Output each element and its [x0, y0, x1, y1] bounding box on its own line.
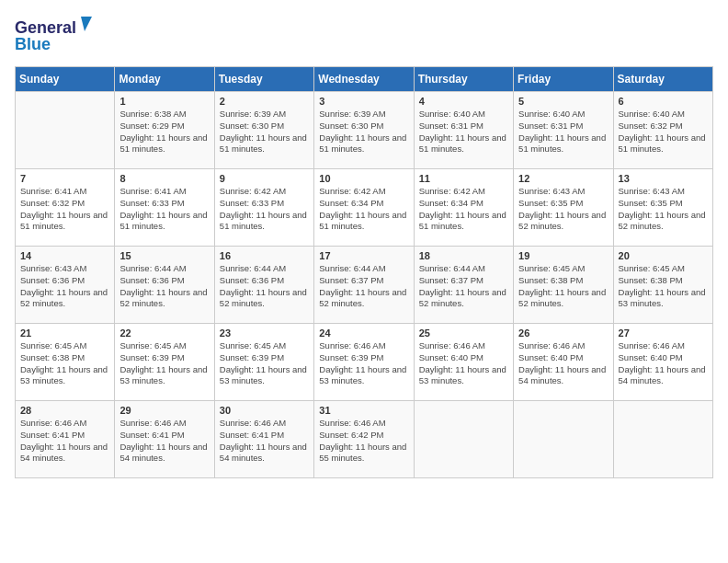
calendar-cell: 8Sunrise: 6:41 AMSunset: 6:33 PMDaylight…: [115, 169, 214, 247]
column-header-wednesday: Wednesday: [314, 67, 414, 92]
cell-info: Sunrise: 6:45 AMSunset: 6:38 PMDaylight:…: [619, 263, 708, 310]
column-header-monday: Monday: [115, 67, 214, 92]
calendar-cell: 13Sunrise: 6:43 AMSunset: 6:35 PMDayligh…: [613, 169, 712, 247]
day-number: 13: [619, 173, 708, 184]
week-row-2: 7Sunrise: 6:41 AMSunset: 6:32 PMDaylight…: [16, 169, 713, 247]
cell-info: Sunrise: 6:43 AMSunset: 6:36 PMDaylight:…: [20, 263, 109, 310]
day-number: 17: [319, 250, 408, 261]
calendar-cell: 12Sunrise: 6:43 AMSunset: 6:35 PMDayligh…: [514, 169, 613, 247]
cell-info: Sunrise: 6:46 AMSunset: 6:39 PMDaylight:…: [319, 340, 408, 387]
logo-svg: GeneralBlue: [15, 15, 97, 55]
cell-info: Sunrise: 6:42 AMSunset: 6:34 PMDaylight:…: [319, 186, 408, 233]
calendar-cell: 3Sunrise: 6:39 AMSunset: 6:30 PMDaylight…: [314, 92, 414, 169]
cell-info: Sunrise: 6:45 AMSunset: 6:39 PMDaylight:…: [119, 340, 209, 387]
day-number: 4: [419, 96, 508, 107]
calendar-cell: 17Sunrise: 6:44 AMSunset: 6:37 PMDayligh…: [314, 247, 414, 324]
cell-info: Sunrise: 6:39 AMSunset: 6:30 PMDaylight:…: [319, 109, 408, 155]
day-number: 7: [20, 173, 109, 184]
calendar-cell: 9Sunrise: 6:42 AMSunset: 6:33 PMDaylight…: [214, 169, 313, 247]
column-header-friday: Friday: [514, 67, 613, 92]
cell-info: Sunrise: 6:41 AMSunset: 6:33 PMDaylight:…: [119, 186, 209, 233]
column-header-saturday: Saturday: [613, 67, 712, 92]
cell-info: Sunrise: 6:45 AMSunset: 6:38 PMDaylight:…: [518, 263, 608, 310]
cell-info: Sunrise: 6:45 AMSunset: 6:38 PMDaylight:…: [20, 340, 109, 387]
cell-info: Sunrise: 6:45 AMSunset: 6:39 PMDaylight:…: [220, 340, 309, 387]
calendar-cell: 10Sunrise: 6:42 AMSunset: 6:34 PMDayligh…: [314, 169, 414, 247]
calendar-cell: 31Sunrise: 6:46 AMSunset: 6:42 PMDayligh…: [314, 401, 414, 478]
calendar-cell: 6Sunrise: 6:40 AMSunset: 6:32 PMDaylight…: [613, 92, 712, 169]
calendar-cell: 30Sunrise: 6:46 AMSunset: 6:41 PMDayligh…: [214, 401, 313, 478]
calendar-cell: 21Sunrise: 6:45 AMSunset: 6:38 PMDayligh…: [16, 324, 115, 401]
calendar-cell: 27Sunrise: 6:46 AMSunset: 6:40 PMDayligh…: [613, 324, 712, 401]
day-number: 24: [319, 327, 408, 339]
svg-text:Blue: Blue: [15, 35, 51, 53]
column-header-sunday: Sunday: [16, 67, 115, 92]
week-row-4: 21Sunrise: 6:45 AMSunset: 6:38 PMDayligh…: [16, 324, 713, 401]
calendar-cell: [414, 401, 513, 478]
calendar-cell: 1Sunrise: 6:38 AMSunset: 6:29 PMDaylight…: [115, 92, 214, 169]
day-number: 18: [419, 250, 508, 261]
cell-info: Sunrise: 6:46 AMSunset: 6:40 PMDaylight:…: [619, 340, 708, 387]
day-number: 28: [20, 405, 109, 416]
day-number: 1: [119, 96, 209, 107]
day-number: 10: [319, 173, 408, 184]
cell-info: Sunrise: 6:46 AMSunset: 6:41 PMDaylight:…: [119, 418, 209, 465]
logo: GeneralBlue: [15, 15, 97, 55]
svg-marker-2: [81, 17, 92, 31]
day-number: 2: [220, 96, 309, 107]
day-number: 14: [20, 250, 109, 261]
day-number: 30: [220, 405, 309, 416]
calendar-table: SundayMondayTuesdayWednesdayThursdayFrid…: [15, 66, 713, 478]
calendar-cell: 20Sunrise: 6:45 AMSunset: 6:38 PMDayligh…: [613, 247, 712, 324]
calendar-cell: [16, 92, 115, 169]
week-row-3: 14Sunrise: 6:43 AMSunset: 6:36 PMDayligh…: [16, 247, 713, 324]
cell-info: Sunrise: 6:39 AMSunset: 6:30 PMDaylight:…: [220, 109, 309, 155]
day-number: 16: [220, 250, 309, 261]
day-number: 23: [220, 327, 309, 339]
calendar-cell: 18Sunrise: 6:44 AMSunset: 6:37 PMDayligh…: [414, 247, 513, 324]
day-number: 11: [419, 173, 508, 184]
calendar-cell: 4Sunrise: 6:40 AMSunset: 6:31 PMDaylight…: [414, 92, 513, 169]
header-row: SundayMondayTuesdayWednesdayThursdayFrid…: [16, 67, 713, 92]
week-row-5: 28Sunrise: 6:46 AMSunset: 6:41 PMDayligh…: [16, 401, 713, 478]
day-number: 22: [119, 327, 209, 339]
calendar-cell: 5Sunrise: 6:40 AMSunset: 6:31 PMDaylight…: [514, 92, 613, 169]
calendar-cell: 14Sunrise: 6:43 AMSunset: 6:36 PMDayligh…: [16, 247, 115, 324]
calendar-cell: [514, 401, 613, 478]
day-number: 26: [518, 327, 608, 339]
cell-info: Sunrise: 6:41 AMSunset: 6:32 PMDaylight:…: [20, 186, 109, 233]
calendar-cell: 16Sunrise: 6:44 AMSunset: 6:36 PMDayligh…: [214, 247, 313, 324]
calendar-cell: 11Sunrise: 6:42 AMSunset: 6:34 PMDayligh…: [414, 169, 513, 247]
day-number: 31: [319, 405, 408, 416]
cell-info: Sunrise: 6:44 AMSunset: 6:36 PMDaylight:…: [119, 263, 209, 310]
calendar-cell: 23Sunrise: 6:45 AMSunset: 6:39 PMDayligh…: [214, 324, 313, 401]
day-number: 8: [119, 173, 209, 184]
cell-info: Sunrise: 6:40 AMSunset: 6:32 PMDaylight:…: [619, 109, 708, 155]
cell-info: Sunrise: 6:46 AMSunset: 6:42 PMDaylight:…: [319, 418, 408, 465]
cell-info: Sunrise: 6:43 AMSunset: 6:35 PMDaylight:…: [518, 186, 608, 233]
cell-info: Sunrise: 6:38 AMSunset: 6:29 PMDaylight:…: [119, 109, 209, 155]
calendar-cell: 2Sunrise: 6:39 AMSunset: 6:30 PMDaylight…: [214, 92, 313, 169]
day-number: 19: [518, 250, 608, 261]
day-number: 25: [419, 327, 508, 339]
cell-info: Sunrise: 6:44 AMSunset: 6:36 PMDaylight:…: [220, 263, 309, 310]
calendar-cell: 19Sunrise: 6:45 AMSunset: 6:38 PMDayligh…: [514, 247, 613, 324]
cell-info: Sunrise: 6:40 AMSunset: 6:31 PMDaylight:…: [518, 109, 608, 155]
day-number: 15: [119, 250, 209, 261]
calendar-cell: 25Sunrise: 6:46 AMSunset: 6:40 PMDayligh…: [414, 324, 513, 401]
day-number: 12: [518, 173, 608, 184]
cell-info: Sunrise: 6:42 AMSunset: 6:33 PMDaylight:…: [220, 186, 309, 233]
day-number: 20: [619, 250, 708, 261]
calendar-cell: 22Sunrise: 6:45 AMSunset: 6:39 PMDayligh…: [115, 324, 214, 401]
day-number: 6: [619, 96, 708, 107]
calendar-cell: 26Sunrise: 6:46 AMSunset: 6:40 PMDayligh…: [514, 324, 613, 401]
cell-info: Sunrise: 6:43 AMSunset: 6:35 PMDaylight:…: [619, 186, 708, 233]
calendar-cell: [613, 401, 712, 478]
day-number: 21: [20, 327, 109, 339]
day-number: 29: [119, 405, 209, 416]
page-header: GeneralBlue: [15, 15, 713, 55]
cell-info: Sunrise: 6:46 AMSunset: 6:40 PMDaylight:…: [518, 340, 608, 387]
svg-text:General: General: [15, 18, 76, 37]
column-header-thursday: Thursday: [414, 67, 513, 92]
day-number: 9: [220, 173, 309, 184]
